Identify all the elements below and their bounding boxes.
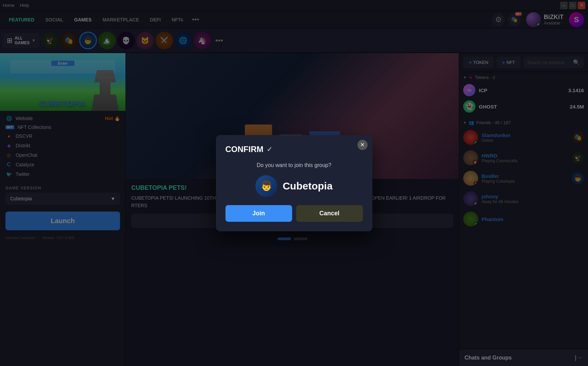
- modal-body: Do you want to join this group? 👦 Cubeto…: [225, 162, 363, 222]
- modal-game-info: 👦 Cubetopia: [225, 175, 363, 197]
- confirm-modal: CONFIRM ✓ ✕ Do you want to join this gro…: [216, 135, 372, 231]
- modal-overlay: CONFIRM ✓ ✕ Do you want to join this gro…: [0, 0, 588, 366]
- check-icon: ✓: [267, 145, 272, 153]
- join-button[interactable]: Join: [225, 205, 292, 222]
- cancel-button[interactable]: Cancel: [296, 205, 363, 222]
- modal-question: Do you want to join this group?: [225, 162, 363, 168]
- modal-game-name: Cubetopia: [283, 180, 333, 192]
- modal-close-button[interactable]: ✕: [357, 140, 368, 150]
- modal-title: CONFIRM ✓: [225, 145, 363, 154]
- modal-game-avatar: 👦: [255, 175, 277, 197]
- modal-buttons: Join Cancel: [225, 205, 363, 222]
